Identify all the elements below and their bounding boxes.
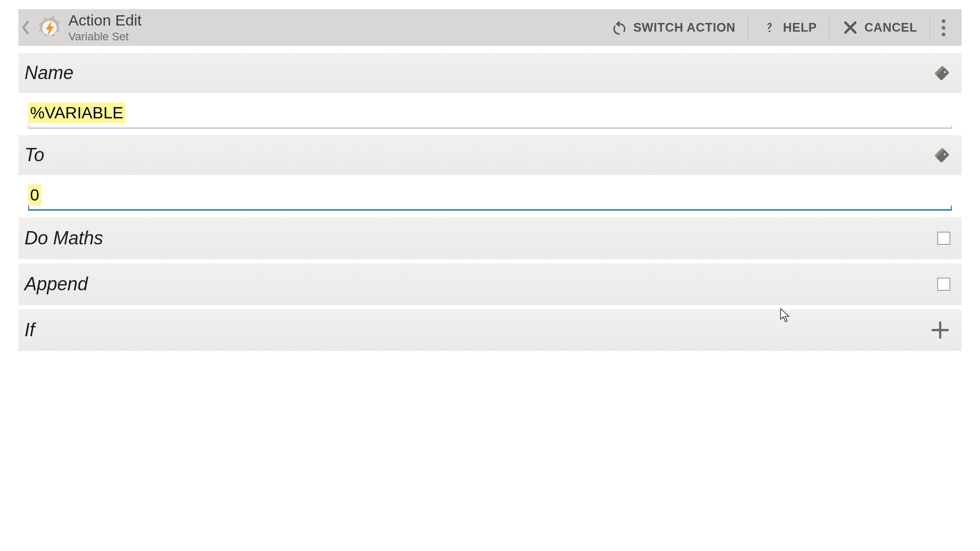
divider bbox=[829, 16, 829, 39]
to-tag-button[interactable] bbox=[932, 145, 951, 165]
app-icon bbox=[36, 14, 63, 41]
name-section-header: Name bbox=[18, 53, 962, 93]
page-title: Action Edit bbox=[68, 12, 141, 29]
undo-icon bbox=[611, 19, 628, 36]
chevron-left-icon bbox=[21, 20, 30, 35]
append-checkbox[interactable] bbox=[937, 278, 950, 291]
name-input-value[interactable]: %VARIABLE bbox=[28, 103, 126, 123]
back-button[interactable] bbox=[18, 20, 33, 35]
do-maths-checkbox[interactable] bbox=[937, 232, 950, 245]
name-input-shell: %VARIABLE bbox=[28, 102, 952, 129]
if-label: If bbox=[24, 319, 35, 341]
switch-action-button[interactable]: SWITCH ACTION bbox=[602, 9, 745, 46]
content-area: Name %VARIABLE bbox=[18, 46, 962, 351]
to-input-shell: 0 bbox=[28, 184, 952, 211]
to-input-value[interactable]: 0 bbox=[28, 185, 41, 206]
gear-lightning-icon bbox=[37, 15, 62, 40]
svg-rect-2 bbox=[936, 67, 949, 81]
name-input-row: %VARIABLE bbox=[18, 93, 962, 131]
do-maths-row[interactable]: Do Maths bbox=[18, 217, 962, 259]
append-row[interactable]: Append bbox=[18, 263, 962, 305]
divider bbox=[748, 16, 748, 39]
panel: Action Edit Variable Set SWITCH ACTION H… bbox=[18, 9, 962, 351]
overflow-menu-button[interactable] bbox=[933, 9, 953, 46]
plus-icon bbox=[930, 320, 950, 340]
if-add-button[interactable] bbox=[930, 320, 950, 340]
to-input-row: 0 bbox=[18, 175, 962, 213]
help-label: HELP bbox=[783, 20, 817, 35]
tag-icon bbox=[932, 145, 951, 165]
cancel-button[interactable]: CANCEL bbox=[832, 9, 926, 46]
switch-action-label: SWITCH ACTION bbox=[633, 20, 736, 35]
cancel-label: CANCEL bbox=[864, 20, 917, 35]
help-icon bbox=[761, 19, 778, 36]
to-section-header: To bbox=[18, 135, 962, 175]
append-label: Append bbox=[24, 273, 88, 295]
name-tag-button[interactable] bbox=[932, 63, 951, 83]
viewport: Action Edit Variable Set SWITCH ACTION H… bbox=[0, 0, 980, 551]
page-subtitle: Variable Set bbox=[68, 30, 141, 43]
to-label: To bbox=[24, 144, 44, 166]
name-label: Name bbox=[24, 62, 74, 84]
dots-vertical-icon bbox=[942, 18, 945, 38]
top-bar: Action Edit Variable Set SWITCH ACTION H… bbox=[18, 9, 962, 46]
close-icon bbox=[842, 19, 859, 36]
if-row[interactable]: If bbox=[18, 309, 962, 351]
help-button[interactable]: HELP bbox=[751, 9, 826, 46]
do-maths-label: Do Maths bbox=[24, 228, 103, 249]
title-block: Action Edit Variable Set bbox=[68, 12, 141, 43]
tag-icon bbox=[932, 63, 951, 83]
divider bbox=[929, 16, 930, 39]
svg-rect-5 bbox=[936, 149, 949, 163]
